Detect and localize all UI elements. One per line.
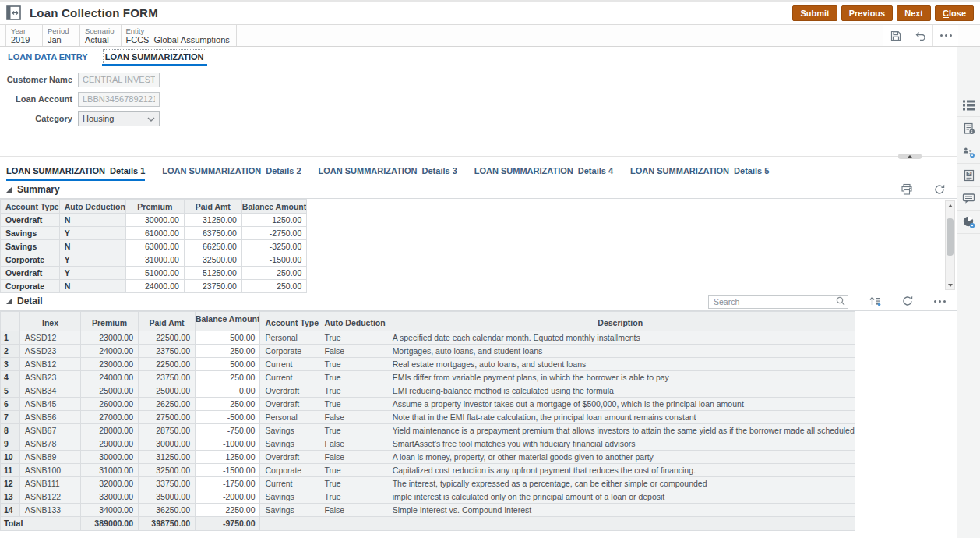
summary-data-cell[interactable]: 51000.00 bbox=[125, 267, 184, 280]
comments-icon[interactable] bbox=[957, 187, 980, 211]
search-input[interactable] bbox=[708, 295, 848, 309]
search-icon[interactable] bbox=[835, 296, 846, 310]
inex-cell[interactable]: ASSD12 bbox=[20, 331, 81, 345]
balance-amount-cell[interactable]: -2250.00 bbox=[196, 504, 260, 517]
close-button[interactable]: Close bbox=[935, 5, 974, 21]
paid-amt-cell[interactable]: 22500.00 bbox=[139, 358, 196, 371]
auto-deduction-cell[interactable]: False bbox=[319, 504, 386, 517]
account-type-cell[interactable]: Current bbox=[260, 358, 319, 371]
account-type-cell[interactable]: Current bbox=[260, 477, 319, 490]
inex-cell[interactable]: ASNB56 bbox=[20, 411, 81, 424]
description-cell[interactable]: A loan is money, property, or other mate… bbox=[386, 451, 855, 464]
description-cell[interactable]: Simple Interest vs. Compound Interest bbox=[386, 504, 855, 517]
summary-data-cell[interactable]: 31250.00 bbox=[184, 214, 241, 227]
inex-cell[interactable]: ASNB67 bbox=[20, 424, 81, 437]
description-cell[interactable]: EMI reducing-balance method is calculate… bbox=[386, 384, 855, 398]
inex-cell[interactable]: ASNB133 bbox=[20, 504, 81, 517]
tab-loan-summarization[interactable]: LOAN SUMMARIZATION bbox=[104, 50, 206, 65]
summary-data-cell[interactable]: -3250.00 bbox=[241, 240, 306, 253]
account-type-cell[interactable]: Personal bbox=[260, 331, 319, 345]
summary-data-cell[interactable]: -250.00 bbox=[241, 267, 306, 280]
auto-deduction-cell[interactable]: True bbox=[319, 331, 386, 345]
balance-amount-cell[interactable]: -250.00 bbox=[196, 398, 260, 411]
account-type-cell[interactable]: Personal bbox=[260, 411, 319, 424]
category-select[interactable]: Housing bbox=[78, 111, 160, 126]
balance-amount-cell[interactable]: -2000.00 bbox=[196, 490, 260, 504]
next-button[interactable]: Next bbox=[897, 5, 931, 21]
pov-entity[interactable]: Entity FCCS_Global Assumptions bbox=[122, 25, 237, 46]
paid-amt-cell[interactable]: 30000.00 bbox=[139, 437, 196, 451]
premium-cell[interactable]: 23000.00 bbox=[81, 331, 139, 345]
summary-data-cell[interactable]: 61000.00 bbox=[125, 227, 184, 240]
premium-cell[interactable]: 32000.00 bbox=[81, 477, 139, 490]
account-type-cell[interactable]: Corporate bbox=[260, 464, 319, 477]
account-type-cell[interactable]: Savings bbox=[260, 504, 319, 517]
subtab-details-2[interactable]: LOAN SUMMARIZATION_Details 2 bbox=[162, 166, 301, 181]
grid-list-icon[interactable] bbox=[957, 94, 980, 117]
auto-deduction-cell[interactable]: True bbox=[319, 371, 386, 384]
paid-amt-cell[interactable]: 36250.00 bbox=[139, 504, 196, 517]
premium-cell[interactable]: 31000.00 bbox=[81, 464, 139, 477]
premium-cell[interactable]: 23000.00 bbox=[81, 358, 139, 371]
undo-icon[interactable] bbox=[908, 25, 933, 46]
pov-period[interactable]: Period Jan bbox=[43, 25, 80, 46]
summary-section-header[interactable]: Summary bbox=[0, 181, 957, 198]
summary-data-cell[interactable]: 63750.00 bbox=[184, 227, 241, 240]
auto-deduction-cell[interactable]: True bbox=[319, 464, 386, 477]
subtab-details-1[interactable]: LOAN SUMMARIZATION_Details 1 bbox=[6, 166, 145, 181]
paid-amt-cell[interactable]: 35000.00 bbox=[139, 490, 196, 504]
balance-amount-cell[interactable]: -1000.00 bbox=[196, 437, 260, 451]
inex-cell[interactable]: ASNB23 bbox=[20, 371, 81, 384]
scrollbar-thumb[interactable] bbox=[947, 218, 954, 256]
paid-amt-cell[interactable]: 23750.00 bbox=[139, 345, 196, 358]
tab-loan-data-entry[interactable]: LOAN DATA ENTRY bbox=[6, 50, 90, 65]
summary-data-cell[interactable]: 66250.00 bbox=[184, 240, 241, 253]
inex-cell[interactable]: ASNB34 bbox=[20, 384, 81, 398]
premium-cell[interactable]: 29000.00 bbox=[81, 437, 139, 451]
auto-deduction-cell[interactable]: True bbox=[319, 477, 386, 490]
inex-cell[interactable]: ASNB89 bbox=[20, 451, 81, 464]
pov-scenario[interactable]: Scenario Actual bbox=[80, 25, 122, 46]
paid-amt-cell[interactable]: 31250.00 bbox=[139, 451, 196, 464]
premium-cell[interactable]: 25000.00 bbox=[81, 384, 139, 398]
balance-amount-cell[interactable]: 0.00 bbox=[196, 384, 260, 398]
account-type-cell[interactable]: Savings bbox=[260, 437, 319, 451]
paid-amt-cell[interactable]: 23750.00 bbox=[139, 371, 196, 384]
description-cell[interactable]: Yield maintenance is a prepayment premiu… bbox=[386, 424, 855, 437]
balance-amount-cell[interactable]: -1500.00 bbox=[196, 464, 260, 477]
description-cell[interactable]: EMIs differ from variable payment plans,… bbox=[386, 371, 855, 384]
description-cell[interactable]: A specified date each calendar month. Eq… bbox=[386, 331, 855, 345]
account-type-cell[interactable]: Current bbox=[260, 371, 319, 384]
description-cell[interactable]: Note that in the EMI flat-rate calculati… bbox=[386, 411, 855, 424]
auto-deduction-cell[interactable]: False bbox=[319, 411, 386, 424]
more-actions-icon[interactable] bbox=[933, 25, 958, 46]
description-cell[interactable]: Mortgages, auto loans, and student loans bbox=[386, 345, 855, 358]
summary-data-cell[interactable]: 63000.00 bbox=[125, 240, 184, 253]
premium-cell[interactable]: 34000.00 bbox=[81, 504, 139, 517]
inex-cell[interactable]: ASNB12 bbox=[20, 358, 81, 371]
more-icon[interactable] bbox=[934, 300, 946, 303]
paid-amt-cell[interactable]: 26250.00 bbox=[139, 398, 196, 411]
summary-data-cell[interactable]: 23750.00 bbox=[184, 280, 241, 293]
description-cell[interactable]: Capitalized cost reduction is any upfron… bbox=[386, 464, 855, 477]
summary-data-cell[interactable]: 30000.00 bbox=[125, 214, 184, 227]
loan-account-field[interactable] bbox=[78, 92, 160, 107]
balance-amount-cell[interactable]: 250.00 bbox=[196, 345, 260, 358]
paid-amt-cell[interactable]: 32500.00 bbox=[139, 464, 196, 477]
inex-cell[interactable]: ASNB111 bbox=[20, 477, 81, 490]
subtab-details-4[interactable]: LOAN SUMMARIZATION_Details 4 bbox=[474, 166, 613, 181]
paid-amt-cell[interactable]: 27500.00 bbox=[139, 411, 196, 424]
account-type-cell[interactable]: Savings bbox=[260, 490, 319, 504]
description-cell[interactable]: Real estate mortgages, auto loans, and s… bbox=[386, 358, 855, 371]
form-info-icon[interactable] bbox=[957, 117, 980, 140]
balance-amount-cell[interactable]: -750.00 bbox=[196, 424, 260, 437]
summary-data-cell[interactable]: -1250.00 bbox=[241, 214, 306, 227]
print-icon[interactable] bbox=[901, 183, 913, 196]
column-reorder-icon[interactable] bbox=[869, 295, 881, 307]
inex-cell[interactable]: ASNB100 bbox=[20, 464, 81, 477]
description-cell[interactable]: The interest, typically expressed as a p… bbox=[386, 477, 855, 490]
refresh-icon[interactable] bbox=[901, 295, 914, 307]
balance-amount-cell[interactable]: 500.00 bbox=[196, 331, 260, 345]
auto-deduction-cell[interactable]: True bbox=[319, 358, 386, 371]
summary-scrollbar[interactable] bbox=[945, 200, 955, 290]
